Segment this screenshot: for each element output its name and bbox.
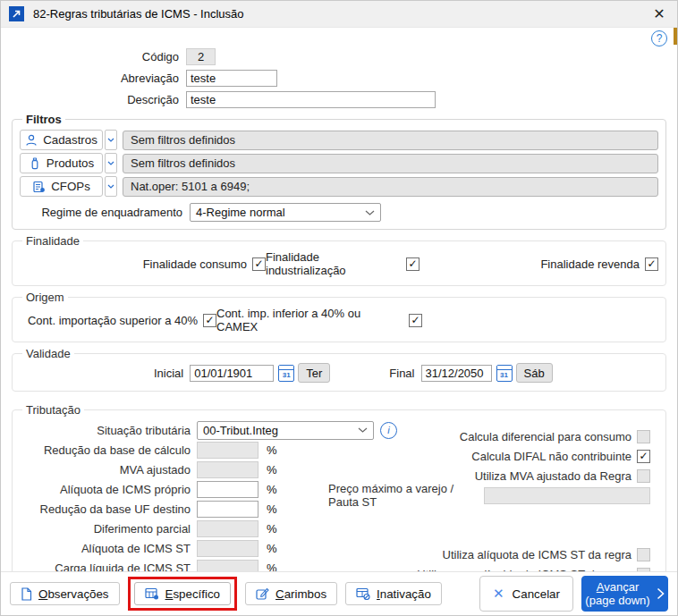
finalidade-group: Finalidade Finalidade consumo ✓ Finalida…	[12, 234, 666, 286]
diferimento-parcial-field	[197, 520, 258, 537]
descricao-label: Descrição	[1, 93, 186, 106]
regime-row: Regime de enquadramento 4-Regime normal	[20, 203, 658, 222]
calcula-difal-checkbox[interactable]: ✓	[637, 450, 650, 463]
cont-importacao-label: Cont. importação superior a 40%	[28, 314, 198, 327]
regime-select[interactable]: 4-Regime normal	[190, 203, 381, 222]
mva-ajustado-field	[197, 461, 258, 478]
cfops-button-label: CFOPs	[51, 180, 90, 193]
abreviacao-row: Abreviação	[1, 70, 677, 87]
chevron-down-icon	[107, 138, 114, 142]
finalidade-industrializacao-cell: Finalidade industrialização ✓	[266, 250, 420, 277]
cadastros-dropdown-button[interactable]	[105, 130, 117, 150]
filtros-group: Filtros Cadastros Sem filtros definidos	[12, 113, 666, 230]
reducao-base-field	[197, 442, 258, 459]
table-disable-icon	[356, 587, 370, 600]
final-day-badge: Sáb	[516, 363, 553, 383]
preco-maximo-row: Preço máximo a varejo / Pauta ST	[328, 485, 650, 505]
final-date-field[interactable]	[421, 365, 492, 382]
utiliza-mva-checkbox	[637, 469, 650, 483]
calendar-icon[interactable]: 31	[278, 365, 294, 382]
cadastros-row: Cadastros Sem filtros definidos	[20, 130, 658, 150]
advance-line2: (page down)	[585, 594, 649, 607]
cancel-x-icon: ✕	[493, 586, 504, 602]
validade-legend: Validade	[22, 347, 74, 360]
close-icon[interactable]: ✕	[649, 4, 669, 24]
especifico-button[interactable]: Específico	[134, 582, 232, 605]
aliquota-icms-proprio-field[interactable]	[197, 481, 258, 498]
chevron-right-icon	[657, 587, 665, 600]
tributacao-legend: Tributação	[22, 403, 84, 417]
situacao-select-value: 00-Tribut.Integ	[203, 424, 278, 437]
cont-imp-inferior-checkbox[interactable]: ✓	[409, 314, 422, 327]
dialog-window: 82-Regras tributárias de ICMS - Inclusão…	[0, 0, 678, 616]
percent-sign: %	[267, 502, 277, 516]
advance-button[interactable]: Avançar (page down)	[581, 576, 668, 612]
finalidade-legend: Finalidade	[22, 234, 83, 248]
red-highlight-annotation: Específico	[128, 577, 238, 611]
percent-sign: %	[267, 483, 277, 496]
arrow-up-right-icon	[12, 9, 21, 19]
cfops-button[interactable]: CFOPs	[20, 176, 103, 197]
origem-group: Origem Cont. importação superior a 40% ✓…	[12, 291, 666, 342]
footer-right-buttons: ✕ Cancelar Avançar (page down)	[479, 576, 668, 612]
aliquota-icms-st-field	[197, 540, 258, 557]
calendar-icon-glyph: 31	[500, 370, 508, 381]
regime-label: Regime de enquadramento	[20, 206, 190, 219]
help-icon[interactable]: ?	[651, 30, 667, 46]
person-icon	[25, 134, 38, 147]
descricao-row: Descrição	[1, 91, 677, 108]
cont-importacao-checkbox[interactable]: ✓	[203, 314, 216, 327]
produtos-filter-field: Sem filtros definidos	[123, 154, 658, 173]
observacoes-button[interactable]: Observações	[10, 582, 120, 605]
inativacao-button[interactable]: Inativação	[345, 582, 442, 605]
descricao-field[interactable]	[186, 91, 436, 108]
produtos-dropdown-button[interactable]	[105, 153, 117, 173]
validade-group: Validade Inicial 31 Ter Final 31 Sáb	[12, 347, 666, 392]
cadastros-button[interactable]: Cadastros	[20, 130, 103, 150]
preco-maximo-label: Preço máximo a varejo / Pauta ST	[328, 482, 473, 509]
cancel-button[interactable]: ✕ Cancelar	[479, 576, 573, 612]
identification-section: Código Abreviação Descrição	[1, 28, 677, 108]
utiliza-mva-label: Utiliza MVA ajustado da Regra	[475, 469, 631, 483]
finalidade-consumo-checkbox[interactable]: ✓	[252, 257, 266, 271]
finalidade-revenda-label: Finalidade revenda	[540, 257, 640, 271]
advance-accel: A	[597, 580, 604, 594]
utiliza-aliquota-st-checkbox	[637, 548, 650, 561]
reducao-base-label: Redução da base de cálculo	[20, 443, 197, 457]
cfops-filter-field: Nat.oper: 5101 a 6949;	[123, 177, 658, 197]
finalidade-row: Finalidade consumo ✓ Finalidade industri…	[20, 250, 658, 277]
observacoes-accel: O	[38, 587, 47, 601]
abreviacao-field[interactable]	[186, 70, 277, 87]
validade-row: Inicial 31 Ter Final 31 Sáb	[154, 363, 658, 383]
percent-sign: %	[267, 443, 277, 457]
calcula-diferencial-label: Calcula diferencial para consumo	[460, 430, 631, 443]
mva-ajustado-label: MVA ajustado	[20, 463, 197, 477]
origem-row: Cont. importação superior a 40% ✓ Cont. …	[20, 307, 658, 333]
cfops-dropdown-button[interactable]	[105, 176, 117, 197]
window-edge-artifact	[674, 28, 677, 45]
title-bar: 82-Regras tributárias de ICMS - Inclusão…	[1, 1, 677, 28]
document-table-icon	[32, 181, 46, 193]
cont-importacao-cell: Cont. importação superior a 40% ✓	[20, 307, 216, 333]
produtos-row: Produtos Sem filtros definidos	[20, 153, 658, 173]
utiliza-aliquota-st-label: Utiliza alíquota de ICMS ST da regra	[443, 548, 631, 561]
cancel-button-label: Cancelar	[513, 587, 560, 601]
pencil-edit-icon	[256, 587, 269, 601]
produtos-button[interactable]: Produtos	[20, 153, 103, 173]
inicial-date-field[interactable]	[190, 365, 274, 382]
preco-maximo-field	[484, 487, 650, 504]
carimbos-button[interactable]: Carimbos	[245, 582, 337, 605]
finalidade-industrializacao-checkbox[interactable]: ✓	[406, 257, 420, 271]
chevron-down-icon	[107, 161, 114, 165]
footer-bar: Observações Específico Carimbos	[1, 571, 677, 615]
bottle-icon	[29, 157, 41, 170]
reducao-uf-destino-label: Redução da base UF destino	[20, 502, 197, 516]
cadastros-filter-field: Sem filtros definidos	[123, 131, 658, 150]
finalidade-revenda-checkbox[interactable]: ✓	[645, 257, 658, 271]
calcula-diferencial-checkbox	[637, 430, 650, 443]
aliquota-icms-st-label: Alíquota de ICMS ST	[20, 542, 197, 555]
chevron-down-icon	[365, 210, 375, 215]
reducao-uf-destino-field[interactable]	[197, 501, 258, 518]
regime-select-value: 4-Regime normal	[196, 206, 285, 219]
calendar-icon[interactable]: 31	[496, 365, 513, 382]
